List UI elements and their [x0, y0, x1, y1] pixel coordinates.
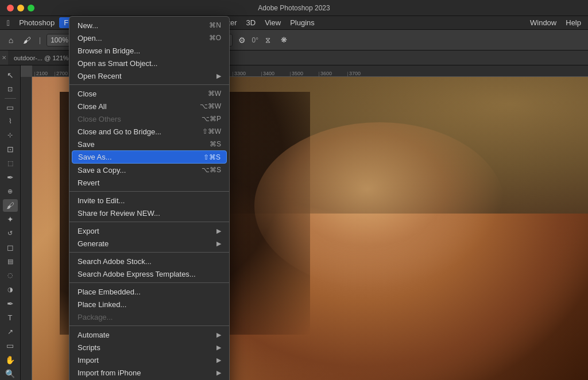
menu-open-shortcut: ⌘O	[209, 34, 221, 42]
brush-tool-icon[interactable]: 🖌	[21, 34, 33, 46]
path-selection-tool[interactable]: ↗	[3, 325, 18, 338]
gradient-tool[interactable]: ▤	[3, 255, 18, 267]
menu-automate[interactable]: Automate ▶	[69, 328, 229, 341]
symmetry-icon[interactable]: ⧖	[262, 34, 274, 46]
menu-3d[interactable]: 3D	[242, 17, 261, 28]
menu-photoshop[interactable]: Photoshop	[14, 17, 59, 28]
minimize-window-button[interactable]	[17, 5, 24, 11]
menu-save-copy-shortcut: ⌥⌘S	[202, 166, 221, 174]
blur-tool[interactable]: ◌	[3, 269, 18, 282]
spot-healing-tool[interactable]: ⊕	[3, 185, 18, 197]
traffic-lights	[0, 5, 34, 11]
menu-open-recent-arrow: ▶	[216, 72, 221, 80]
menu-open-smart-object[interactable]: Open as Smart Object...	[69, 57, 229, 69]
menu-share-review[interactable]: Share for Review NEW...	[69, 207, 229, 219]
separator-4	[69, 252, 229, 253]
menu-import[interactable]: Import ▶	[69, 354, 229, 366]
menu-save-as[interactable]: Save As... ⇧⌘S	[72, 150, 227, 164]
menu-help[interactable]: Help	[561, 17, 586, 28]
menu-import-iphone[interactable]: Import from iPhone ▶	[69, 366, 229, 379]
menu-close[interactable]: Close ⌘W	[69, 87, 229, 100]
menu-open-label: Open...	[78, 34, 102, 42]
type-tool[interactable]: T	[3, 311, 18, 324]
toolbar-divider: |	[37, 36, 43, 44]
menu-open-recent-label: Open Recent	[78, 72, 122, 80]
menu-new[interactable]: New... ⌘N	[69, 19, 229, 32]
separator-6	[69, 325, 229, 326]
menu-window[interactable]: Window	[525, 17, 561, 28]
menu-place-linked-label: Place Linked...	[78, 300, 126, 309]
close-window-button[interactable]	[7, 5, 14, 11]
rectangular-marquee-tool[interactable]: ▭	[3, 101, 18, 114]
clone-stamp-tool[interactable]: ✦	[3, 213, 18, 226]
menu-view[interactable]: View	[260, 17, 285, 28]
menu-generate-arrow: ▶	[216, 240, 221, 247]
menu-close-others-label: Close Others	[78, 115, 121, 123]
crop-tool[interactable]: ⊡	[3, 143, 18, 156]
menu-generate-label: Generate	[78, 239, 109, 248]
menu-search-stock[interactable]: Search Adobe Stock...	[69, 255, 229, 267]
menu-open[interactable]: Open... ⌘O	[69, 32, 229, 44]
menu-invite[interactable]: Invite to Edit...	[69, 194, 229, 207]
separator-1	[69, 84, 229, 85]
menu-export[interactable]: Export ▶	[69, 224, 229, 237]
maximize-window-button[interactable]	[28, 5, 34, 11]
menu-save-as-shortcut: ⇧⌘S	[203, 153, 220, 161]
menu-open-recent[interactable]: Open Recent ▶	[69, 69, 229, 82]
angle-value: 0°	[252, 36, 258, 44]
object-selection-tool[interactable]: ⊹	[3, 129, 18, 142]
file-menu-dropdown: New... ⌘N Open... ⌘O Browse in Bridge...…	[69, 16, 230, 380]
menu-close-all-label: Close All	[78, 102, 107, 111]
ruler-vertical	[21, 77, 32, 380]
menu-import-iphone-label: Import from iPhone	[78, 369, 141, 377]
menu-close-others: Close Others ⌥⌘P	[69, 113, 229, 125]
eyedropper-tool[interactable]: ✒	[3, 171, 18, 184]
ruler-tick: 3600	[319, 72, 347, 76]
menu-close-shortcut: ⌘W	[208, 90, 221, 98]
menu-package-label: Package...	[78, 313, 113, 321]
gear-icon[interactable]: ⚙	[236, 34, 249, 46]
separator-3	[69, 222, 229, 222]
menu-place-embedded[interactable]: Place Embedded...	[69, 285, 229, 298]
hand-tool[interactable]: ✋	[3, 353, 18, 366]
menu-close-bridge-shortcut: ⇧⌘W	[202, 127, 221, 135]
shape-tool[interactable]: ▭	[3, 339, 18, 352]
menu-close-bridge[interactable]: Close and Go to Bridge... ⇧⌘W	[69, 125, 229, 138]
menu-share-review-label: Share for Review NEW...	[78, 209, 160, 218]
menu-plugins[interactable]: Plugins	[285, 17, 319, 28]
eraser-tool[interactable]: ◻	[3, 241, 18, 254]
move-tool[interactable]: ↖	[3, 69, 18, 82]
left-toolbar: ↖ ⊡ ▭ ⌇ ⊹ ⊡ ⬚ ✒ ⊕ 🖌 ✦ ↺ ◻ ▤ ◌ ◑ ✒ T ↗ ▭ …	[0, 65, 21, 380]
separator-5	[69, 282, 229, 283]
home-icon[interactable]: ⌂	[5, 34, 17, 46]
butterfly-icon[interactable]: ❋	[278, 34, 291, 46]
menu-save[interactable]: Save ⌘S	[69, 138, 229, 150]
lasso-tool[interactable]: ⌇	[3, 115, 18, 127]
menu-close-all-shortcut: ⌥⌘W	[200, 102, 221, 110]
menu-place-linked[interactable]: Place Linked...	[69, 298, 229, 311]
apple-menu[interactable]: 	[2, 18, 14, 28]
menu-save-copy-label: Save a Copy...	[78, 166, 126, 175]
separator-2	[69, 191, 229, 192]
zoom-tool[interactable]: 🔍	[3, 367, 18, 380]
ruler-tick: 3300	[233, 72, 261, 76]
menu-save-as-label: Save As...	[78, 153, 112, 161]
pen-tool[interactable]: ✒	[3, 297, 18, 310]
menu-save-shortcut: ⌘S	[210, 140, 221, 148]
ruler-tick: 3400	[261, 72, 290, 76]
menu-save-copy[interactable]: Save a Copy... ⌥⌘S	[69, 164, 229, 176]
menu-scripts[interactable]: Scripts ▶	[69, 341, 229, 354]
menu-search-express-label: Search Adobe Express Templates...	[78, 270, 196, 278]
close-tab-icon[interactable]: ✕	[0, 51, 8, 65]
frame-tool[interactable]: ⬚	[3, 157, 18, 169]
menu-revert[interactable]: Revert	[69, 176, 229, 189]
history-brush-tool[interactable]: ↺	[3, 227, 18, 240]
brush-tool[interactable]: 🖌	[3, 199, 18, 212]
menu-generate[interactable]: Generate ▶	[69, 237, 229, 250]
menu-close-all[interactable]: Close All ⌥⌘W	[69, 100, 229, 113]
artboard-tool[interactable]: ⊡	[3, 83, 18, 95]
menu-browse-bridge[interactable]: Browse in Bridge...	[69, 44, 229, 57]
menu-search-express[interactable]: Search Adobe Express Templates...	[69, 267, 229, 280]
dodge-tool[interactable]: ◑	[3, 283, 18, 296]
menu-invite-label: Invite to Edit...	[78, 196, 125, 205]
